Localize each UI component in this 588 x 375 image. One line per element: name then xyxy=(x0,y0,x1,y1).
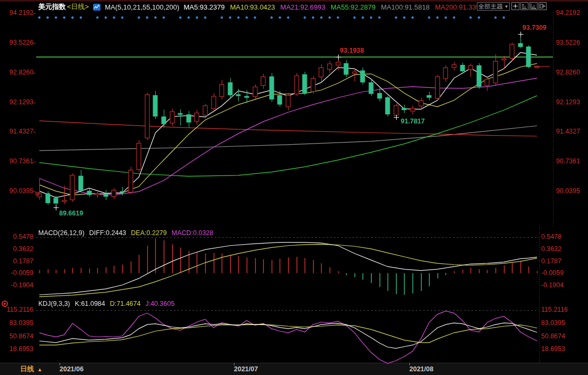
indicator-settings-icon[interactable] xyxy=(2,301,8,307)
axis-label: 93.5226 xyxy=(556,39,588,47)
period-tab-daily[interactable]: 日线 ▲ xyxy=(20,364,43,374)
legend-item: MACD(26,12,9) xyxy=(38,229,85,237)
legend-item: DIFF:0.2443 xyxy=(89,229,126,237)
axis-label: 18.6953 xyxy=(541,345,573,353)
legend-item: MACD:0.0328 xyxy=(172,229,214,237)
theme-dropdown-label: 全部主题 xyxy=(478,3,503,11)
legend-item: D:71.4674 xyxy=(110,300,141,307)
axis-label: -0.1904 xyxy=(0,281,33,289)
crosshair-icon[interactable] xyxy=(511,2,519,10)
legend-item: MA10:93.0423 xyxy=(230,3,275,11)
axis-label: 0.5478 xyxy=(0,233,33,241)
axis-label: -0.0059 xyxy=(0,269,33,277)
symbol-name: 美元指数 xyxy=(38,2,66,12)
legend-item: K:61.0984 xyxy=(75,300,105,307)
legend-item: MA100:91.5818 xyxy=(381,3,430,11)
ma-legend: MA5:93.2379MA10:93.0423MA21:92.6993MA55:… xyxy=(183,3,480,11)
legend-item: DEA:0.2279 xyxy=(131,229,166,237)
axis-label: 0.5478 xyxy=(541,233,573,241)
chevron-down-icon: ▼ xyxy=(505,4,509,9)
axis-label: 115.2116 xyxy=(541,306,573,314)
price-marker-label: 89.6619 xyxy=(59,210,83,217)
axis-label: 94.2192 xyxy=(0,9,33,17)
axis-label: 90.7361 xyxy=(0,157,33,165)
y-axis-scale-icon[interactable] xyxy=(520,2,528,10)
period-tag: <日线> xyxy=(67,2,89,12)
axis-label: 50.8674 xyxy=(0,332,33,340)
price-marker-label: 93.1938 xyxy=(340,47,364,54)
axis-label: 90.7361 xyxy=(556,157,588,165)
axis-label: 83.0395 xyxy=(541,319,573,327)
axis-label: 92.1293 xyxy=(0,98,33,106)
axis-label: -0.1904 xyxy=(541,281,573,289)
axis-label: 93.5226 xyxy=(0,39,33,47)
price-marker-label: 91.7817 xyxy=(401,118,425,125)
pan-right-icon[interactable] xyxy=(539,2,547,10)
axis-label: 91.4327 xyxy=(0,128,33,136)
price-marker-label: 93.7309 xyxy=(523,24,547,31)
period-tab-label: 日线 xyxy=(20,364,34,374)
axis-label: 83.0395 xyxy=(0,319,33,327)
axis-label: 50.8674 xyxy=(541,332,573,340)
axis-label: 92.8260 xyxy=(556,69,588,77)
legend-item: MA55:92.2879 xyxy=(331,3,376,11)
candlestick-chart-icon[interactable] xyxy=(93,4,100,11)
axis-label: 92.8260 xyxy=(0,69,33,77)
axis-label: 0.1787 xyxy=(0,257,33,265)
axis-label: 0.1787 xyxy=(541,257,573,265)
legend-item: MA21:92.6993 xyxy=(280,3,325,11)
ma-config-label: MA(5,10,21,55,100,200) xyxy=(105,3,179,11)
axis-label: 90.0395 xyxy=(556,187,588,195)
axis-label: 92.1293 xyxy=(556,98,588,106)
legend-item: MA5:93.2379 xyxy=(183,3,224,11)
axis-label: 18.6953 xyxy=(0,345,33,353)
x-axis-scale-icon[interactable] xyxy=(530,2,537,10)
axis-label: 115.2116 xyxy=(0,306,33,314)
triangle-up-icon: ▲ xyxy=(37,366,43,372)
kdj-legend: KDJ(9,3,3)K:61.0984D:71.4674J:40.3605 xyxy=(38,300,174,307)
axis-label: 94.2192 xyxy=(556,9,588,17)
axis-label: 0.3632 xyxy=(0,245,33,253)
chart-toolbar xyxy=(511,2,547,10)
axis-label: 0.3632 xyxy=(541,245,573,253)
legend-item: KDJ(9,3,3) xyxy=(38,300,70,307)
theme-dropdown[interactable]: 全部主题 ▼ xyxy=(477,2,510,11)
macd-legend: MACD(26,12,9)DIFF:0.2443DEA:0.2279MACD:0… xyxy=(38,229,213,237)
chart-canvas[interactable] xyxy=(0,0,588,375)
chart-header: 美元指数<日线> MA(5,10,21,55,100,200) MA5:93.2… xyxy=(38,2,480,12)
axis-label: 90.0395 xyxy=(0,187,33,195)
axis-label: 91.4327 xyxy=(556,128,588,136)
trading-terminal: 美元指数<日线> MA(5,10,21,55,100,200) MA5:93.2… xyxy=(0,0,588,375)
legend-item: J:40.3605 xyxy=(145,300,174,307)
axis-label: -0.0059 xyxy=(541,269,573,277)
legend-item: MA200:91.339 xyxy=(435,3,480,11)
